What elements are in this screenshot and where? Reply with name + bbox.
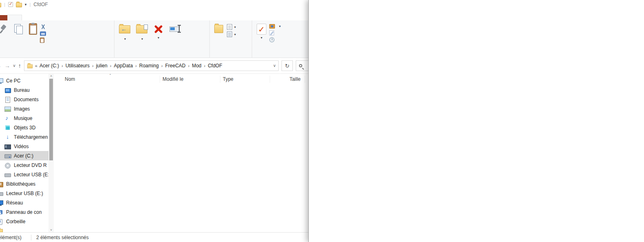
refresh-button[interactable]: ↻ [281,60,293,71]
column-header-modified[interactable]: Modifié le [160,75,220,83]
paste-button[interactable] [27,22,39,50]
breadcrumb-segment[interactable]: CfdOF [208,63,222,69]
sidebar-item-icon [4,87,11,93]
paste-icon [29,23,37,35]
sidebar-item-lecteur-usb-e[interactable]: Lecteur USB (E:) [0,189,48,198]
scissors-icon [40,24,46,30]
paste-shortcut-icon [40,38,44,43]
status-divider [31,235,31,240]
recent-locations-icon[interactable]: ˅ [13,64,15,68]
copy-path-button[interactable] [40,31,48,36]
sidebar-item-musique[interactable]: Musique [0,113,48,123]
breadcrumb-separator: › [135,63,137,68]
new-item-icon [227,24,232,30]
location-folder-icon [27,64,33,68]
pin-quick-access-button[interactable] [0,22,11,50]
column-header-size[interactable]: Taille [270,75,305,83]
sidebar-item-label: Ce PC [6,78,20,84]
properties-qat-icon[interactable] [8,2,13,7]
sidebar-item-label: Musique [14,115,32,121]
sidebar-item-acer-c[interactable]: Acer (C:) [0,151,48,160]
breadcrumb-segment[interactable]: julien [96,63,108,69]
breadcrumb-segment[interactable]: Acer (C:) [40,63,59,69]
desktop: | ▾ | CfdOF [0,0,644,242]
sidebar-item-objets-3d[interactable]: Objets 3D [0,123,48,132]
breadcrumb-segment[interactable]: Utilisateurs [66,63,90,69]
properties-button[interactable]: ✓ ▾ [255,22,268,50]
breadcrumb[interactable]: « Acer (C:)›Utilisateurs›julien›AppData›… [24,60,279,71]
breadcrumb-prefix: « [35,63,37,68]
easy-access-button[interactable]: ▾ [227,24,236,30]
move-to-button[interactable]: ← ▾ [117,22,133,50]
sidebar-item-lecteur-dvd-r[interactable]: Lecteur DVD R [0,160,48,170]
search-input[interactable] [296,60,308,71]
ribbon: ← ▾ ▾ ▾ [0,20,308,58]
sidebar-item-panneau-de-con[interactable]: Panneau de con [0,207,48,217]
address-dropdown-icon[interactable]: ˅ [273,64,276,68]
breadcrumb-segment[interactable]: Mod [192,63,201,69]
back-icon[interactable]: ← [0,62,2,69]
new-folder-qat-icon[interactable] [16,3,22,7]
rename-icon [169,24,181,33]
scroll-up-icon[interactable]: ˄ [50,74,52,78]
sidebar-item-biblioth-ques[interactable]: Bibliothèques [0,179,48,189]
history-button[interactable] [269,37,281,42]
sidebar-item-vid-os[interactable]: Vidéos [0,142,48,151]
tab-partage[interactable] [22,15,36,20]
new-item-button[interactable]: ▾ [227,31,236,37]
sidebar-item-lecteur-usb-e[interactable]: Lecteur USB (E: [0,170,48,179]
open-button[interactable]: ▾ [269,24,281,29]
sidebar-item-label: Acer (C:) [14,153,33,159]
new-folder-button[interactable] [212,22,226,50]
sidebar-item-icon [4,115,11,121]
paste-shortcut-button[interactable] [40,38,48,43]
sidebar-scrollbar[interactable]: ˄ ˅ [48,74,54,232]
sidebar-item-r-seau[interactable]: Réseau [0,198,48,207]
sidebar-item-icon [4,153,11,159]
copy-button[interactable] [11,22,26,50]
new-folder-icon [214,24,224,34]
window-title: CfdOF [33,2,48,7]
group-open: ✓ ▾ ▾ [252,20,308,58]
sidebar-item-ce-pc[interactable]: Ce PC [0,76,48,85]
cut-button[interactable] [40,24,48,30]
up-icon[interactable]: ↑ [18,62,21,69]
breadcrumb-segment[interactable]: Roaming [139,63,159,69]
delete-button[interactable]: ▾ [151,22,166,50]
open-folder-icon [269,24,275,29]
sidebar-item-icon [0,191,3,196]
sidebar-item-documents[interactable]: Documents [0,95,48,104]
breadcrumb-segment[interactable]: AppData [114,63,133,69]
copy-path-icon [40,31,46,36]
sidebar-item[interactable] [0,226,48,232]
rename-button[interactable] [167,22,183,50]
sidebar-item-icon [0,78,3,84]
edit-button[interactable] [269,30,281,36]
sidebar-item-label: Lecteur USB (E:) [6,191,43,196]
tab-affichage[interactable] [36,15,50,20]
forward-icon[interactable]: → [4,62,10,69]
breadcrumb-separator: › [188,63,189,68]
copy-to-button[interactable]: ▾ [134,22,150,50]
sidebar-item-t-l-chargemen[interactable]: Téléchargemen [0,132,48,142]
breadcrumb-segment[interactable]: FreeCAD [165,63,185,69]
column-header-name[interactable]: Nom ˆ [57,75,160,83]
sidebar-item-label: Documents [14,97,39,102]
sidebar-item-icon [0,229,3,232]
sidebar-item-corbeille[interactable]: Corbeille [0,217,48,226]
sidebar-item-bureau[interactable]: Bureau [0,85,48,95]
sidebar-item-icon [0,200,3,206]
group-organize: ← ▾ ▾ ▾ [114,20,210,58]
scrollbar-thumb[interactable] [49,79,53,160]
sidebar-item-label: Réseau [6,200,23,206]
sidebar-item-label: Objets 3D [14,125,35,131]
scroll-down-icon[interactable]: ˅ [50,228,52,232]
copy-to-icon [136,24,148,34]
qat-dropdown-icon[interactable]: ▾ [25,2,27,7]
column-header-type[interactable]: Type [220,75,270,83]
tab-accueil[interactable] [7,15,22,20]
tab-fichier[interactable] [0,15,7,20]
sidebar-item-images[interactable]: Images [0,104,48,113]
sidebar-item-icon [4,106,11,112]
search-icon [299,64,302,67]
